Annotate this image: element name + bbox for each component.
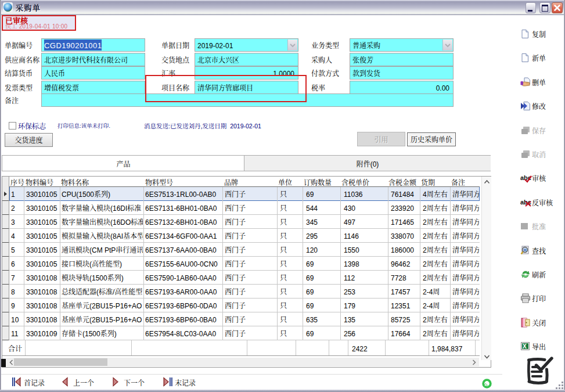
svg-text:X: X <box>523 343 527 350</box>
svg-text:H: H <box>524 248 527 252</box>
